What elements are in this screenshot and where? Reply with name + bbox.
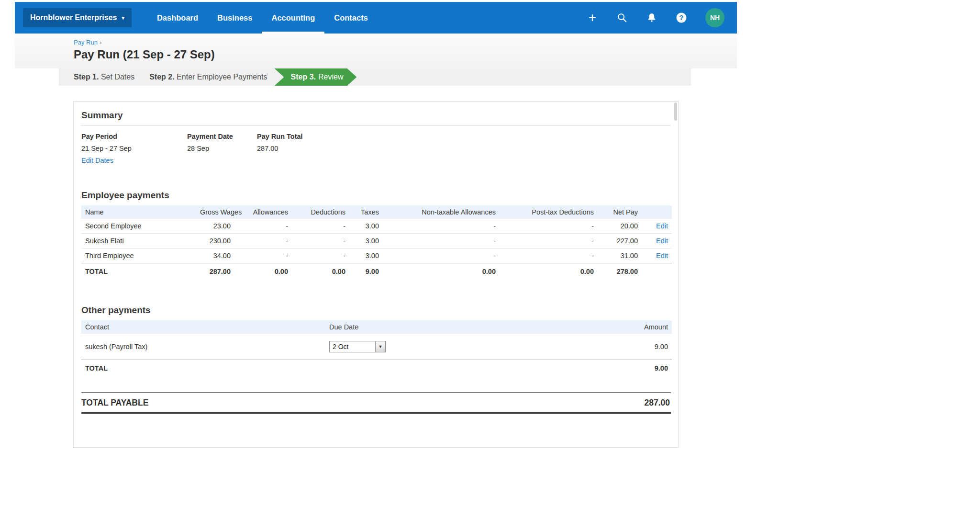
nav-item-dashboard[interactable]: Dashboard (147, 2, 208, 34)
nav-item-contacts[interactable]: Contacts (324, 2, 378, 34)
step-1-label: Set Dates (101, 73, 134, 81)
search-icon[interactable] (616, 12, 628, 23)
col-net-pay: Net Pay (598, 205, 642, 219)
help-icon[interactable]: ? (676, 12, 687, 23)
table-row: sukesh (Payroll Tax) 2 Oct ▼ 9.00 (81, 334, 672, 360)
cell-contact: sukesh (Payroll Tax) (81, 334, 325, 360)
pay-period-label: Pay Period (81, 133, 187, 140)
scrollbar-thumb[interactable] (674, 102, 677, 121)
top-nav-bar: Hornblower Enterprises ▾ Dashboard Busin… (15, 2, 737, 34)
employee-table-header-row: Name Gross Wages Allowances Deductions T… (81, 205, 672, 219)
payment-date-value: 28 Sep (187, 145, 257, 152)
chevron-down-icon[interactable]: ▼ (375, 341, 385, 352)
summary-fields: Pay Period 21 Sep - 27 Sep Edit Dates Pa… (81, 133, 671, 164)
cell-non-taxable: - (383, 249, 500, 263)
cell-due-date: 2 Oct ▼ (325, 334, 593, 360)
cell-deductions: - (292, 219, 349, 234)
nav-item-accounting[interactable]: Accounting (262, 2, 324, 34)
total-payable-label: TOTAL PAYABLE (81, 398, 148, 408)
total-net-pay: 278.00 (598, 263, 642, 280)
col-gross-wages: Gross Wages (196, 205, 234, 219)
col-non-taxable-allowances: Non-taxable Allowances (383, 205, 500, 219)
other-table-header-row: Contact Due Date Amount (81, 320, 672, 334)
cell-post-tax: - (500, 249, 598, 263)
chevron-down-icon: ▾ (122, 15, 124, 21)
step-2-enter-employee-payments[interactable]: Step 2. Enter Employee Payments (149, 73, 267, 81)
other-payments-section: Other payments Contact Due Date Amount s… (81, 305, 671, 376)
other-total-label: TOTAL (81, 360, 593, 376)
step-3-label: Review (318, 73, 343, 81)
summary-payment-date: Payment Date 28 Sep (187, 133, 257, 164)
col-amount: Amount (593, 320, 672, 334)
summary-heading: Summary (81, 110, 671, 121)
edit-row-link[interactable]: Edit (656, 222, 668, 230)
other-total-amount: 9.00 (593, 360, 672, 376)
cell-allowances: - (234, 234, 292, 249)
payment-date-label: Payment Date (187, 133, 257, 140)
total-non-taxable: 0.00 (383, 263, 500, 280)
total-label: TOTAL (81, 263, 196, 280)
main-nav: Dashboard Business Accounting Contacts (147, 2, 378, 34)
cell-net-pay: 20.00 (598, 219, 642, 234)
cell-taxes: 3.00 (349, 234, 383, 249)
cell-non-taxable: - (383, 219, 500, 234)
summary-pay-run-total: Pay Run Total 287.00 (257, 133, 303, 164)
cell-gross: 34.00 (196, 249, 234, 263)
due-date-select[interactable]: 2 Oct ▼ (329, 341, 386, 352)
cell-amount: 9.00 (593, 334, 672, 360)
col-edit (642, 205, 672, 219)
step-2-prefix: Step 2. (149, 73, 174, 81)
step-wizard: Step 1. Set Dates Step 2. Enter Employee… (15, 68, 737, 86)
cell-name: Sukesh Elati (81, 234, 196, 249)
total-gross: 287.00 (196, 263, 234, 280)
step-3-prefix: Step 3. (291, 73, 316, 81)
cell-deductions: - (292, 249, 349, 263)
summary-divider (81, 125, 671, 126)
plus-glyph: + (589, 12, 596, 23)
employee-payments-heading: Employee payments (81, 190, 671, 201)
due-date-select-value: 2 Oct (330, 341, 375, 352)
cell-name: Third Employee (81, 249, 196, 263)
cell-edit: Edit (642, 219, 672, 234)
breadcrumb-pay-run-link[interactable]: Pay Run (74, 39, 98, 46)
user-avatar[interactable]: NH (705, 8, 724, 27)
total-taxes: 9.00 (349, 263, 383, 280)
employee-total-row: TOTAL 287.00 0.00 0.00 9.00 0.00 0.00 27… (81, 263, 672, 280)
cell-edit: Edit (642, 234, 672, 249)
col-post-tax-deductions: Post-tax Deductions (500, 205, 598, 219)
edit-row-link[interactable]: Edit (656, 252, 668, 260)
table-row: Sukesh Elati 230.00 - - 3.00 - - 227.00 … (81, 234, 672, 249)
bell-icon[interactable] (646, 12, 657, 23)
plus-icon[interactable]: + (587, 12, 598, 23)
col-deductions: Deductions (292, 205, 349, 219)
svg-text:?: ? (679, 14, 684, 22)
step-3-review-active: Step 3. Review (275, 68, 357, 86)
total-payable-double-rule (81, 412, 671, 414)
nav-item-business[interactable]: Business (208, 2, 262, 34)
step-1-set-dates[interactable]: Step 1. Set Dates (74, 73, 134, 81)
cell-gross: 230.00 (196, 234, 234, 249)
edit-row-link[interactable]: Edit (656, 237, 668, 245)
app-window: Hornblower Enterprises ▾ Dashboard Busin… (15, 2, 737, 448)
summary-pay-period: Pay Period 21 Sep - 27 Sep Edit Dates (81, 133, 187, 164)
cell-gross: 23.00 (196, 219, 234, 234)
org-switcher-button[interactable]: Hornblower Enterprises ▾ (23, 8, 132, 27)
cell-net-pay: 31.00 (598, 249, 642, 263)
col-contact: Contact (81, 320, 325, 334)
total-post-tax: 0.00 (500, 263, 598, 280)
total-payable-row: TOTAL PAYABLE 287.00 (81, 392, 671, 412)
edit-dates-link[interactable]: Edit Dates (81, 157, 113, 164)
other-total-row: TOTAL 9.00 (81, 360, 672, 376)
total-payable-amount: 287.00 (644, 398, 670, 408)
cell-name: Second Employee (81, 219, 196, 234)
cell-taxes: 3.00 (349, 219, 383, 234)
page-header: Pay Run› Pay Run (21 Sep - 27 Sep) (15, 34, 737, 68)
pay-run-total-value: 287.00 (257, 145, 303, 152)
page-title: Pay Run (21 Sep - 27 Sep) (74, 48, 737, 61)
cell-deductions: - (292, 234, 349, 249)
breadcrumb-separator: › (100, 39, 101, 46)
topbar-actions: + ? NH (587, 8, 724, 27)
cell-non-taxable: - (383, 234, 500, 249)
cell-edit: Edit (642, 249, 672, 263)
cell-taxes: 3.00 (349, 249, 383, 263)
